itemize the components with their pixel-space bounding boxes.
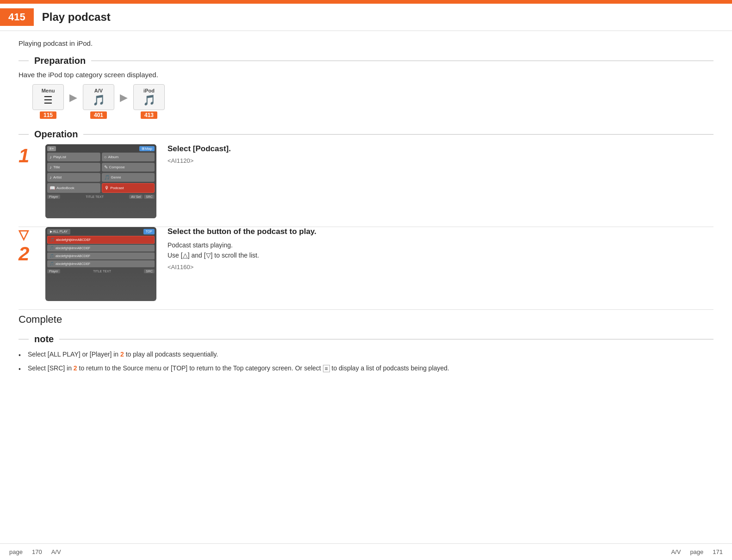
step-2-container: ▽ 2 ▶ ALL PLAY TOP 🎵 abcdefghijklmnABCDE… <box>19 227 713 310</box>
av-icon-box: A/V 🎵 <box>83 84 114 110</box>
podcast-item-2[interactable]: 🎵 abcdefghijklmnABCDEF <box>47 245 155 252</box>
av-badge: 401 <box>90 111 107 119</box>
podcast-item-1[interactable]: 🎵 abcdefghijklmnABCDEF <box>47 236 155 244</box>
complete-label: Complete <box>19 314 713 326</box>
podcast-item-icon-1: 🎵 <box>50 238 55 242</box>
player-btn[interactable]: Player <box>47 195 60 199</box>
page-title: Play podcast <box>42 11 111 24</box>
note-items: • Select [ALL PLAY] or [Player] in 2 to … <box>19 349 713 375</box>
step-1-topbar-left: ≡+ <box>47 146 56 151</box>
step-ref-2a: 2 <box>120 351 124 358</box>
prep-text: Have the iPod top category screen displa… <box>19 71 713 79</box>
av-icon-img: 🎵 <box>93 94 105 106</box>
player-btn-2[interactable]: Player <box>47 269 60 273</box>
step-2-number: 2 <box>19 244 42 264</box>
note-section: note • Select [ALL PLAY] or [Player] in … <box>19 334 713 375</box>
prep-line-left <box>19 61 29 62</box>
src-btn-2[interactable]: SRC <box>144 269 155 273</box>
menu-badge: 115 <box>40 111 56 119</box>
podcast-item-icon-4: 🎵 <box>50 262 54 266</box>
subtitle: Playing podcast in iPod. <box>19 39 713 47</box>
ipod-icon-box: iPod 🎵 <box>133 84 165 110</box>
note-label: note <box>29 334 59 345</box>
operation-label: Operation <box>29 129 83 140</box>
note-line-right <box>59 339 713 340</box>
step-1-ref: <AI1120> <box>167 157 713 164</box>
av-sel-btn[interactable]: AV Sel <box>129 195 143 199</box>
step-1-topbar: ≡+ ⊞Map <box>47 146 155 151</box>
ipod-menu-grid: ♪PlayList ○Album ♪Title ✎Compose ♪Artist <box>47 153 155 193</box>
preparation-label: Preparation <box>29 55 91 66</box>
av-icon-label: A/V <box>94 88 103 93</box>
step-2-title: Select the button of the podcast to play… <box>167 227 713 236</box>
main-content: Playing podcast in iPod. Preparation Hav… <box>0 31 732 385</box>
artist-btn[interactable]: ♪Artist <box>47 173 100 182</box>
step-2-ref: <AI1160> <box>167 264 713 271</box>
title-text-label-2: TITLE TEXT <box>60 270 144 273</box>
title-text-label: TITLE TEXT <box>60 195 129 198</box>
footer-right: A/V page 171 <box>671 548 723 555</box>
op-line-left <box>19 134 29 135</box>
footer-page-label-left: page <box>9 548 23 555</box>
step-2-desc: Select the button of the podcast to play… <box>167 227 713 271</box>
audiobook-btn[interactable]: 📖AudioBook <box>47 183 100 193</box>
step-1-image: ≡+ ⊞Map ♪PlayList ○Album ♪Title <box>45 144 156 218</box>
device-menu: Menu ☰ 115 <box>32 84 64 119</box>
menu-icon-img: ☰ <box>43 94 53 106</box>
page-header: 415 Play podcast <box>0 4 732 31</box>
step-1-bottombar: Player TITLE TEXT AV Sel SRC <box>47 195 155 199</box>
device-ipod: iPod 🎵 413 <box>133 84 165 119</box>
step-2-image: ▶ ALL PLAY TOP 🎵 abcdefghijklmnABCDEF 🎵 … <box>45 227 156 301</box>
note-item-1: • Select [ALL PLAY] or [Player] in 2 to … <box>19 349 713 361</box>
menu-icon-label: Menu <box>42 88 55 93</box>
step-1: 1 ≡+ ⊞Map ♪PlayList ○Album <box>19 144 713 218</box>
operation-header: Operation <box>19 129 713 140</box>
arrow-2: ▶ <box>120 92 128 112</box>
page-number-badge: 415 <box>0 8 34 26</box>
playlist-icon: ♪ <box>50 154 52 160</box>
device-av: A/V 🎵 401 <box>83 84 114 119</box>
step-ref-2b: 2 <box>74 364 77 372</box>
device-sequence: Menu ☰ 115 ▶ A/V 🎵 401 ▶ iPod 🎵 413 <box>32 84 713 119</box>
footer-av-left: A/V <box>51 548 61 555</box>
footer-page-num-right: 171 <box>713 548 723 555</box>
footer: page 170 A/V A/V page 171 <box>0 543 732 560</box>
title-icon: ♪ <box>50 165 52 170</box>
podcast-item-3[interactable]: 🎵 abcdefghijklmnABCDEF <box>47 252 155 259</box>
step-2-bottom: Player TITLE TEXT SRC <box>47 269 155 273</box>
playlist-btn[interactable]: ♪PlayList <box>47 153 100 161</box>
podcast-item-4[interactable]: 🎵 abcdefghijklmnABCDEF <box>47 260 155 267</box>
note-text-2: Select [SRC] in 2 to return to the Sourc… <box>28 363 449 374</box>
step-2: ▽ 2 ▶ ALL PLAY TOP 🎵 abcdefghijklmnABCDE… <box>19 227 713 301</box>
step-1-map-btn[interactable]: ⊞Map <box>139 146 155 151</box>
genre-icon: 🎵 <box>104 175 110 180</box>
title-btn[interactable]: ♪Title <box>47 163 100 172</box>
compose-icon: ✎ <box>104 165 108 170</box>
step-1-screen: ≡+ ⊞Map ♪PlayList ○Album ♪Title <box>45 144 156 218</box>
src-btn-1[interactable]: SRC <box>144 195 155 199</box>
step-1-container: 1 ≡+ ⊞Map ♪PlayList ○Album <box>19 144 713 227</box>
bullet-2: • <box>19 364 24 375</box>
all-play-btn[interactable]: ▶ ALL PLAY <box>47 229 70 234</box>
menu-icon-box: Menu ☰ <box>32 84 64 110</box>
note-item-2: • Select [SRC] in 2 to return to the Sou… <box>19 363 713 375</box>
step-2-topbar: ▶ ALL PLAY TOP <box>47 229 155 234</box>
note-header: note <box>19 334 713 345</box>
compose-btn[interactable]: ✎Compose <box>102 163 155 172</box>
ipod-icon-img: 🎵 <box>143 94 155 106</box>
preparation-header: Preparation <box>19 55 713 66</box>
artist-icon: ♪ <box>50 175 52 180</box>
prep-line-right <box>91 61 713 62</box>
album-btn[interactable]: ○Album <box>102 153 155 161</box>
top-btn[interactable]: TOP <box>143 229 155 234</box>
arrow-1: ▶ <box>69 92 77 112</box>
podcast-item-icon-2: 🎵 <box>50 246 54 250</box>
podcast-btn[interactable]: 🎙Podcast <box>102 183 155 193</box>
step-1-title: Select [Podcast]. <box>167 144 713 154</box>
footer-page-num-left: 170 <box>32 548 42 555</box>
audiobook-icon: 📖 <box>50 185 55 191</box>
footer-av-right: A/V <box>671 548 681 555</box>
podcast-item-icon-3: 🎵 <box>50 254 54 258</box>
ipod-badge: 413 <box>141 111 157 119</box>
genre-btn[interactable]: 🎵Genre <box>102 173 155 182</box>
